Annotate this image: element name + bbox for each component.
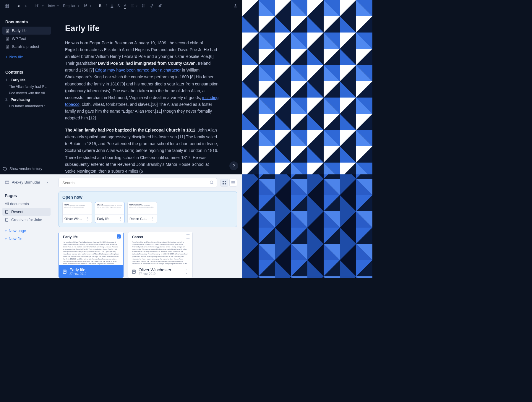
browser-main: Open now CareerLorem ipsum dolor sit ame… [53, 174, 242, 278]
svg-rect-30 [223, 181, 224, 182]
apps-icon[interactable] [3, 3, 11, 9]
share-button[interactable] [232, 3, 239, 9]
search-input[interactable] [59, 178, 217, 187]
list-button[interactable] [140, 3, 147, 9]
undo-button[interactable]: ◄ [15, 3, 22, 9]
new-file-button[interactable]: +New file [2, 235, 51, 243]
toc-section[interactable]: 1.Early life [2, 77, 51, 83]
doc-paragraph: He was born Edgar Poe in Boston on Janua… [65, 40, 219, 121]
document-item-label: WP Text [12, 36, 26, 41]
list-view-button[interactable] [229, 179, 237, 187]
documents-heading: Documents [5, 20, 48, 24]
toc-sub-item[interactable]: His father abandoned t... [2, 103, 51, 109]
card-title: Career [132, 235, 188, 239]
page-item[interactable]: Resent [2, 208, 51, 216]
toc-sub-item[interactable]: Poe moved with the All... [2, 90, 51, 96]
doc-link[interactable]: Edgar may have been named after a charac… [95, 68, 181, 72]
document-icon [62, 269, 67, 274]
toc-section[interactable]: 2.Purchasing [2, 96, 51, 103]
open-now-card[interactable]: CareerLorem ipsum dolor sit amet consect… [62, 202, 92, 223]
document-card[interactable]: CareerNew York City and New Haven, Conne… [128, 232, 193, 278]
svg-rect-32 [223, 183, 224, 184]
card-preview: Robert GuillaumeLorem ipsum dolor sit am… [128, 202, 157, 215]
bold-button[interactable]: B [97, 3, 103, 9]
open-now-card[interactable]: Robert GuillaumeLorem ipsum dolor sit am… [127, 202, 157, 223]
page-item[interactable]: All documents [2, 200, 51, 208]
select-checkbox[interactable] [117, 234, 121, 239]
card-label: Early life [97, 217, 118, 221]
svg-rect-27 [6, 218, 8, 221]
new-file-button[interactable]: +New file [2, 53, 51, 61]
contents-heading: Contents [5, 70, 48, 74]
card-date: 27 nov. 2019 [139, 272, 181, 275]
strike-button[interactable]: S [116, 3, 121, 9]
user-menu[interactable]: Alexey Burhudar ▾ [2, 179, 51, 187]
doc-paragraph: The Allan family had Poe baptized in the… [65, 127, 219, 174]
svg-rect-0 [5, 4, 7, 6]
card-menu-button[interactable]: ⋮ [114, 268, 120, 275]
help-button[interactable]: ? [229, 161, 238, 170]
select-checkbox[interactable] [186, 234, 190, 239]
plus-icon: + [5, 236, 7, 241]
search-field[interactable] [59, 178, 217, 187]
folder-icon [5, 180, 9, 184]
card-body: He was born Edgar Poe in Boston on Janua… [63, 241, 119, 265]
underline-button[interactable]: U [109, 3, 115, 9]
card-menu-button[interactable]: ⋮ [151, 216, 155, 221]
version-history-label: Show version history [9, 167, 42, 171]
font-size-select[interactable]: 16 [82, 3, 93, 9]
chevron-down-icon: ▾ [47, 181, 48, 184]
card-menu-button[interactable]: ⋮ [184, 268, 189, 275]
heading-select[interactable]: H1 [34, 3, 46, 9]
decorative-pattern [242, 0, 372, 278]
version-history-button[interactable]: Show version history [3, 167, 42, 171]
document-item[interactable]: WP Text [2, 35, 51, 43]
card-date: 27 nov. 2019 [69, 272, 112, 275]
history-icon [3, 167, 7, 171]
card-footer-title: Early life [69, 268, 112, 272]
grid-view-button[interactable] [220, 179, 228, 187]
svg-rect-2 [5, 6, 7, 8]
italic-button[interactable]: I [104, 3, 108, 9]
pages-heading: Pages [2, 187, 51, 200]
page-item[interactable]: Creatives for Jake [2, 216, 51, 224]
card-preview: Early lifeHe was born Edgar Poe in Bosto… [95, 202, 124, 215]
document-card[interactable]: Early lifeHe was born Edgar Poe in Bosto… [59, 232, 124, 278]
document-item-label: Sarah`s product [12, 44, 39, 49]
svg-rect-25 [5, 181, 9, 184]
align-button[interactable]: ▾ [129, 3, 139, 9]
font-weight-select[interactable]: Regular [61, 3, 81, 9]
text-color-button[interactable]: A [122, 2, 128, 10]
svg-rect-33 [225, 183, 226, 184]
doc-title: Early life [65, 24, 219, 33]
document-body[interactable]: Early life He was born Edgar Poe in Bost… [59, 18, 225, 174]
card-menu-button[interactable]: ⋮ [86, 216, 90, 221]
plus-icon: + [5, 55, 8, 59]
card-label: Robert Gu... [129, 217, 151, 221]
toc-sub-item[interactable]: The Allan family had P... [2, 83, 51, 90]
attachment-button[interactable] [156, 3, 164, 9]
link-button[interactable] [148, 3, 156, 9]
svg-rect-3 [7, 6, 9, 8]
document-item[interactable]: Early life [2, 27, 51, 35]
card-preview: CareerLorem ipsum dolor sit amet consect… [63, 202, 92, 215]
card-menu-button[interactable]: ⋮ [118, 216, 122, 221]
new-page-button[interactable]: +New page [2, 227, 51, 235]
svg-rect-57 [242, 174, 372, 278]
plus-icon: + [5, 228, 7, 233]
open-now-card[interactable]: Early lifeHe was born Edgar Poe in Bosto… [95, 202, 124, 223]
svg-point-9 [142, 7, 143, 7]
card-title: Early life [63, 235, 119, 239]
svg-rect-1 [7, 4, 9, 6]
document-icon [132, 269, 136, 274]
redo-button[interactable]: ► [22, 3, 30, 9]
browser-sidebar: Alexey Burhudar ▾ Pages All documents Re… [0, 174, 53, 278]
svg-point-8 [142, 6, 143, 6]
font-family-select[interactable]: Inter [46, 3, 61, 9]
svg-rect-31 [225, 181, 226, 182]
open-now-title: Open now [62, 195, 233, 200]
document-item[interactable]: Sarah`s product [2, 43, 51, 51]
svg-line-29 [213, 183, 213, 184]
document-item-label: Early life [12, 28, 27, 33]
search-icon [210, 180, 214, 186]
